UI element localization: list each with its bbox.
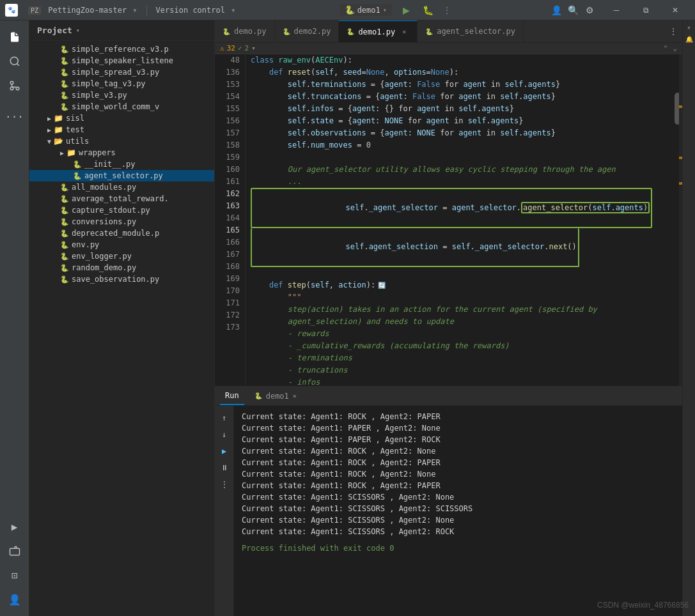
sidebar-icon-git[interactable]: [3, 74, 26, 97]
tree-item-test[interactable]: ▶ 📁 test: [29, 124, 214, 135]
sidebar-icon-search[interactable]: [3, 50, 26, 73]
code-line-170: - _cumulative_rewards (accumulating the …: [246, 340, 673, 352]
search-button[interactable]: 🔍: [566, 3, 580, 17]
tree-item-simple-tag[interactable]: 🐍 simple_tag_v3.py: [29, 78, 214, 89]
menu-pz[interactable]: PZ PettingZoo-master ▾: [23, 4, 143, 16]
run-play-btn[interactable]: ▶: [217, 444, 231, 458]
main-layout: ··· ▶ ⊡ 👤 Project ▾ 🐍 simple_reference_v…: [0, 20, 695, 616]
tree-item-wrappers[interactable]: ▶ 📁 wrappers: [29, 147, 214, 158]
tree-label: save_observation.py: [72, 275, 159, 284]
code-line-169: - rewards: [246, 328, 673, 340]
tree-item-capture-stdout[interactable]: 🐍 capture_stdout.py: [29, 204, 214, 216]
tree-label: sisl: [66, 114, 84, 123]
tree-item-deprecated[interactable]: 🐍 deprecated_module.p: [29, 227, 214, 239]
code-line-167: step(action) takes in an action for the …: [246, 304, 673, 316]
tab-more-actions[interactable]: ⋮: [664, 27, 682, 36]
run-output-line: Current state: Agent1: ROCK , Agent2: PA…: [242, 457, 675, 468]
tree-item-agent-selector[interactable]: 🐍 agent_selector.py: [29, 170, 214, 181]
tree-item-simple-speaker[interactable]: 🐍 simple_speaker_listene: [29, 55, 214, 66]
arrow-right-icon: ▶: [60, 150, 64, 157]
tree-label: capture_stdout.py: [72, 206, 150, 215]
py-icon: 🐍: [60, 68, 69, 77]
py-icon: 🐍: [60, 206, 69, 215]
user-button[interactable]: 👤: [549, 3, 563, 17]
code-line-164: [246, 267, 673, 279]
close-button[interactable]: ✕: [660, 0, 690, 20]
sidebar-icon-terminal[interactable]: ⊡: [3, 564, 26, 587]
tree-item-save-observation[interactable]: 🐍 save_observation.py: [29, 273, 214, 285]
sidebar-icon-account[interactable]: 👤: [3, 588, 26, 611]
editor-scrollbar[interactable]: [673, 54, 682, 386]
tab-demo[interactable]: 🐍 demo.py: [215, 20, 275, 43]
code-line-153: self.terminations = {agent: False for ag…: [246, 79, 673, 91]
minimize-button[interactable]: ─: [602, 0, 631, 20]
tree-item-random-demo[interactable]: 🐍 random_demo.py: [29, 262, 214, 273]
run-tab-demo1[interactable]: 🐍 demo1 ✕: [249, 387, 302, 405]
tree-item-sisl[interactable]: ▶ 📁 sisl: [29, 112, 214, 124]
run-tab-close-icon[interactable]: ✕: [293, 392, 297, 399]
py-icon: 🐍: [60, 218, 69, 226]
run-finish-line: Process finished with exit code 0: [242, 544, 394, 553]
arrow-right-icon: ▶: [47, 115, 51, 122]
tab-label: demo1.py: [358, 27, 395, 36]
code-line-161: ...: [246, 176, 673, 188]
run-tab-run[interactable]: Run: [220, 387, 244, 405]
svg-point-0: [10, 57, 18, 65]
tree-item-env-logger[interactable]: 🐍 env_logger.py: [29, 250, 214, 262]
settings-button[interactable]: ⚙: [582, 3, 597, 17]
expand-icon[interactable]: ⌃: [664, 44, 668, 52]
run-options-btn[interactable]: ⋮: [217, 477, 231, 491]
right-panel-btn2[interactable]: 🔔: [685, 35, 694, 43]
tree-item-simple-v3[interactable]: 🐍 simple_v3.py: [29, 89, 214, 101]
run-button[interactable]: ▶: [400, 3, 414, 17]
sidebar-icon-more[interactable]: ···: [3, 105, 26, 128]
tree-item-average-reward[interactable]: 🐍 average_total_reward.: [29, 193, 214, 204]
tree-label: env.py: [72, 240, 99, 249]
folder-icon: 📁: [66, 148, 76, 157]
folder-icon: 📁: [54, 125, 63, 134]
run-scroll-up-btn[interactable]: ↑: [217, 411, 231, 425]
tree-item-simple-spread[interactable]: 🐍 simple_spread_v3.py: [29, 66, 214, 78]
restore-button[interactable]: ⧉: [631, 0, 660, 20]
more-actions-button[interactable]: ⋮: [443, 6, 451, 15]
py-icon: 🐍: [60, 264, 69, 272]
run-output-line: Current state: Agent1: SCISSORS , Agent2…: [242, 491, 675, 503]
tab-demo2[interactable]: 🐍 demo2.py: [275, 20, 340, 43]
tree-label: env_logger.py: [72, 252, 132, 261]
right-panel-btn1[interactable]: ⚡: [685, 23, 694, 32]
py-icon: 🐍: [60, 241, 69, 249]
code-area[interactable]: class raw_env(AECEnv): def reset(self, s…: [246, 54, 673, 386]
tree-item-utils[interactable]: ▼ 📂 utils: [29, 135, 214, 147]
line-numbers: 48 136 153 154 155 156 157 158 159 160 1…: [215, 54, 246, 386]
sidebar-icon-extensions[interactable]: [3, 539, 26, 562]
warning-bar: ⚠ 32 ✓ 2 ▾ ⌃ ⌄: [215, 43, 682, 54]
tree-item-conversions[interactable]: 🐍 conversions.py: [29, 216, 214, 227]
tree-item-env[interactable]: 🐍 env.py: [29, 239, 214, 250]
py-icon: 🐍: [60, 91, 69, 100]
tree-item-init[interactable]: 🐍 __init__.py: [29, 158, 214, 170]
run-tab-label: Run: [225, 391, 239, 400]
run-stop-btn[interactable]: ⏸: [217, 461, 231, 475]
project-tree: 🐍 simple_reference_v3.p 🐍 simple_speaker…: [29, 41, 214, 616]
py-icon: 🐍: [60, 275, 69, 284]
tree-item-simple-world[interactable]: 🐍 simple_world_comm_v: [29, 101, 214, 112]
warning-icon: ⚠: [220, 44, 224, 52]
debug-button[interactable]: 🐛: [421, 3, 435, 17]
tab-agent-selector[interactable]: 🐍 agent_selector.py: [418, 20, 524, 43]
tree-item-all-modules[interactable]: 🐍 all_modules.py: [29, 181, 214, 193]
arrow-right-icon: ▶: [47, 127, 51, 134]
sidebar-icon-files[interactable]: [3, 26, 26, 49]
tab-close-icon[interactable]: ✕: [399, 27, 409, 37]
tree-item-simple-reference[interactable]: 🐍 simple_reference_v3.p: [29, 43, 214, 55]
run-scroll-down-btn[interactable]: ↓: [217, 427, 231, 442]
py-icon: 🐍: [60, 183, 69, 192]
collapse-icon[interactable]: ⌄: [673, 44, 677, 52]
title-bar: 🐾 PZ PettingZoo-master ▾ Version control…: [0, 0, 695, 20]
arrow-down-icon: ▼: [47, 138, 51, 145]
tab-demo1[interactable]: 🐍 demo1.py ✕: [339, 20, 418, 43]
menu-version-control[interactable]: Version control ▾: [151, 4, 241, 16]
sidebar-icon-play[interactable]: ▶: [3, 515, 26, 538]
check-expand[interactable]: ▾: [251, 44, 256, 52]
code-line-154: self.truncations = {agent: False for age…: [246, 91, 673, 103]
tree-label: test: [66, 125, 84, 134]
